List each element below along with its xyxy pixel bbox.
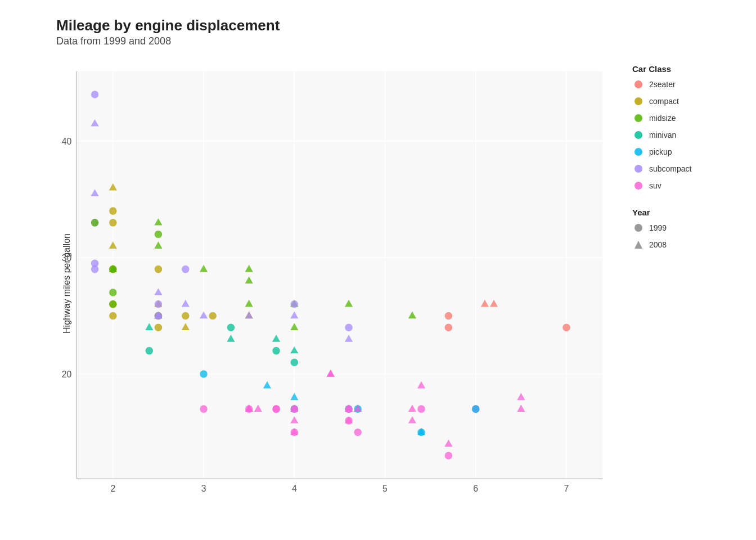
- legend-label-year-2008: 2008: [649, 240, 667, 249]
- svg-point-134: [634, 224, 642, 232]
- svg-text:40: 40: [62, 137, 72, 146]
- legend-item-year-1999: 1999: [632, 222, 745, 234]
- svg-point-60: [291, 359, 299, 367]
- legend-item-2seater: 2seater: [632, 78, 745, 91]
- legend-label-2seater: 2seater: [649, 80, 676, 89]
- svg-point-28: [109, 207, 117, 215]
- legend-symbol-minivan: [632, 129, 645, 141]
- chart-title: Mileage by engine displacement: [56, 17, 745, 34]
- legend-panel: Car Class 2seater compact midsize: [621, 53, 745, 514]
- svg-point-103: [272, 405, 280, 413]
- svg-text:3: 3: [201, 484, 206, 493]
- svg-marker-135: [634, 241, 642, 249]
- svg-point-120: [417, 405, 425, 413]
- legend-item-subcompact: subcompact: [632, 163, 745, 175]
- plot-with-axes: 234567203040: [45, 58, 615, 505]
- scatter-plot: 234567203040: [45, 58, 615, 505]
- svg-text:5: 5: [382, 484, 388, 493]
- legend-symbol-pickup: [632, 146, 645, 158]
- svg-point-57: [272, 347, 280, 355]
- chart-container: Mileage by engine displacement Data from…: [0, 0, 756, 540]
- svg-point-105: [291, 405, 299, 413]
- svg-point-96: [562, 323, 570, 331]
- svg-point-132: [634, 165, 642, 173]
- plot-area-wrapper: Highway miles per gallon 234567203040 En…: [11, 53, 621, 514]
- svg-point-26: [91, 260, 99, 268]
- svg-point-116: [354, 429, 362, 436]
- svg-point-88: [291, 300, 299, 308]
- legend-label-midsize: midsize: [649, 114, 676, 123]
- svg-point-21: [91, 91, 99, 98]
- legend-symbol-midsize: [632, 112, 645, 124]
- svg-rect-0: [76, 71, 602, 479]
- legend-label-pickup: pickup: [649, 147, 672, 156]
- svg-point-93: [445, 323, 453, 331]
- svg-point-80: [155, 300, 163, 308]
- legend-symbol-compact: [632, 95, 645, 107]
- svg-text:4: 4: [292, 484, 297, 493]
- svg-point-83: [182, 266, 190, 273]
- legend-item-minivan: minivan: [632, 129, 745, 141]
- svg-point-74: [155, 323, 163, 331]
- svg-point-34: [109, 312, 117, 320]
- svg-point-92: [445, 312, 453, 320]
- svg-point-29: [109, 219, 117, 227]
- legend-label-year-1999: 1999: [649, 223, 667, 232]
- svg-point-55: [227, 323, 235, 331]
- svg-point-41: [155, 231, 163, 238]
- legend-item-year-2008: 2008: [632, 238, 745, 251]
- car-class-legend: 2seater compact midsize minivan: [632, 78, 745, 192]
- legend-item-suv: suv: [632, 179, 745, 192]
- year-legend: 1999 2008: [632, 222, 745, 251]
- svg-point-122: [445, 452, 453, 460]
- svg-point-127: [634, 80, 642, 88]
- svg-text:7: 7: [564, 484, 569, 493]
- legend-label-subcompact: subcompact: [649, 164, 691, 173]
- legend-symbol-subcompact: [632, 163, 645, 175]
- svg-text:2: 2: [110, 484, 115, 493]
- svg-point-61: [200, 370, 208, 378]
- svg-point-97: [200, 405, 208, 413]
- svg-point-75: [182, 312, 190, 320]
- svg-point-133: [634, 182, 642, 190]
- svg-point-112: [345, 405, 353, 413]
- legend-symbol-year-1999: [632, 222, 645, 234]
- legend-symbol-year-2008: [632, 238, 645, 251]
- svg-point-129: [634, 114, 642, 122]
- legend-label-compact: compact: [649, 97, 679, 106]
- svg-point-126: [472, 405, 480, 413]
- svg-text:30: 30: [62, 253, 72, 263]
- legend-car-class-title: Car Class: [632, 64, 745, 74]
- svg-point-77: [209, 312, 217, 320]
- chart-body: Highway miles per gallon 234567203040 En…: [11, 53, 745, 514]
- chart-subtitle: Data from 1999 and 2008: [56, 35, 745, 47]
- legend-item-midsize: midsize: [632, 112, 745, 124]
- legend-symbol-2seater: [632, 78, 645, 91]
- svg-point-71: [155, 266, 163, 273]
- svg-point-130: [634, 131, 642, 139]
- legend-symbol-suv: [632, 179, 645, 192]
- svg-point-128: [634, 97, 642, 105]
- legend-gap: [632, 196, 745, 208]
- legend-label-suv: suv: [649, 181, 662, 190]
- legend-year-title: Year: [632, 208, 745, 217]
- legend-item-compact: compact: [632, 95, 745, 107]
- svg-point-131: [634, 148, 642, 156]
- svg-text:6: 6: [473, 484, 478, 493]
- svg-point-35: [91, 219, 99, 227]
- svg-point-89: [345, 323, 353, 331]
- svg-point-54: [146, 347, 154, 355]
- svg-point-39: [109, 300, 117, 308]
- svg-point-38: [109, 289, 117, 296]
- legend-item-pickup: pickup: [632, 146, 745, 158]
- svg-text:20: 20: [62, 370, 72, 379]
- legend-label-minivan: minivan: [649, 130, 676, 140]
- svg-point-82: [155, 312, 163, 320]
